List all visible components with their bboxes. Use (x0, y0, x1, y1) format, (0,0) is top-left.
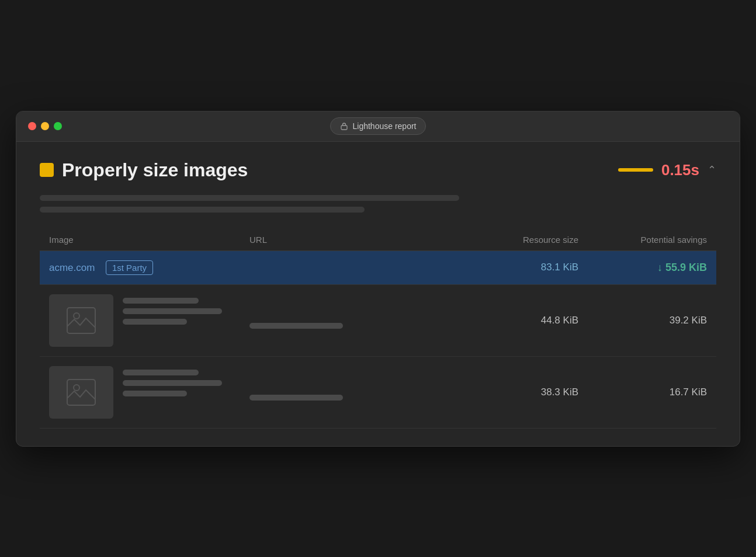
close-button[interactable] (28, 122, 36, 130)
url-line (249, 395, 343, 401)
text-line (123, 370, 199, 375)
desc-line-2 (40, 207, 365, 213)
content-area: Properly size images 0.15s ⌃ Image URL R… (16, 142, 740, 446)
header-potential-savings: Potential savings (578, 235, 707, 245)
image-thumbnail (49, 294, 113, 347)
savings-time: 0.15s (661, 161, 699, 179)
row-url-col (249, 384, 450, 401)
text-line (123, 298, 199, 304)
image-thumbnail (49, 366, 113, 419)
row-resource-size: 83.1 KiB (450, 262, 578, 273)
row-potential-savings: 16.7 KiB (578, 387, 707, 398)
audit-header: Properly size images 0.15s ⌃ (40, 159, 716, 181)
window-title: Lighthouse report (353, 121, 417, 131)
row-image-cell (49, 294, 249, 347)
audit-title-group: Properly size images (40, 159, 248, 181)
row-potential-savings: 39.2 KiB (578, 315, 707, 326)
url-line (249, 323, 343, 329)
desc-line-1 (40, 195, 459, 201)
row-image-cell (49, 366, 249, 419)
party-badge: 1st Party (106, 260, 153, 275)
row-resource-size: 44.8 KiB (450, 315, 578, 326)
table-row[interactable]: acme.com 1st Party 83.1 KiB ↓ 55.9 KiB (40, 251, 716, 285)
table-row[interactable]: 38.3 KiB 16.7 KiB (40, 357, 716, 429)
lock-icon (340, 122, 348, 130)
image-placeholder-icon (66, 307, 96, 335)
svg-point-2 (74, 313, 79, 319)
row-resource-size: 38.3 KiB (450, 387, 578, 398)
svg-rect-1 (67, 308, 95, 333)
audit-meta: 0.15s ⌃ (618, 161, 716, 179)
svg-rect-3 (67, 380, 95, 405)
text-line (123, 391, 187, 396)
audit-icon (40, 163, 54, 177)
svg-rect-0 (341, 126, 347, 130)
text-line (123, 308, 222, 314)
savings-bar-indicator (618, 168, 653, 172)
svg-point-4 (74, 385, 79, 391)
row-url: acme.com (49, 262, 95, 273)
image-text-lines (123, 294, 222, 325)
image-placeholder-icon (66, 378, 96, 406)
row-url-col (249, 312, 450, 329)
title-pill: Lighthouse report (330, 117, 426, 135)
description-lines (40, 195, 716, 213)
header-image: Image (49, 235, 249, 245)
maximize-button[interactable] (54, 122, 62, 130)
header-resource-size: Resource size (450, 235, 578, 245)
row-potential-savings: ↓ 55.9 KiB (578, 262, 707, 274)
lighthouse-window: Lighthouse report Properly size images 0… (16, 111, 740, 447)
minimize-button[interactable] (41, 122, 49, 130)
text-line (123, 380, 222, 386)
header-url: URL (249, 235, 450, 245)
window-controls (28, 122, 62, 130)
collapse-icon[interactable]: ⌃ (708, 163, 716, 176)
image-text-lines (123, 366, 222, 396)
row-image-col: acme.com 1st Party (49, 260, 249, 275)
table-row[interactable]: 44.8 KiB 39.2 KiB (40, 285, 716, 357)
text-line (123, 319, 187, 325)
titlebar: Lighthouse report (16, 112, 740, 142)
table-header: Image URL Resource size Potential saving… (40, 229, 716, 251)
audit-title: Properly size images (62, 159, 248, 181)
